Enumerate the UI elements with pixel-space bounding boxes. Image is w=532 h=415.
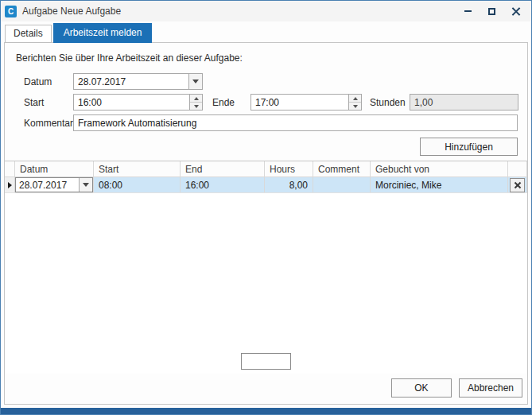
cancel-button[interactable]: Abbrechen	[459, 378, 522, 398]
cell-gebucht-von-value: Morciniec, Mike	[375, 180, 441, 191]
tab-arbeitszeit-melden[interactable]: Arbeitszeit melden	[53, 23, 153, 43]
row-selector-cell[interactable]	[5, 177, 15, 192]
ende-spinner	[348, 95, 361, 110]
kommentar-row: Kommentar	[11, 114, 518, 131]
datum-label: Datum	[24, 76, 73, 87]
row-indicator-icon	[8, 182, 12, 188]
ok-button[interactable]: OK	[391, 378, 452, 398]
grid-header-end[interactable]: End	[181, 161, 265, 176]
kommentar-field	[73, 114, 518, 131]
stunden-label: Stunden	[370, 97, 410, 108]
grid-header-label: Start	[99, 164, 118, 175]
times-row: Start Ende	[11, 94, 518, 111]
ende-label: Ende	[212, 97, 250, 108]
grid-header-datum[interactable]: Datum	[15, 161, 94, 176]
close-icon	[511, 7, 520, 16]
grid-header-start[interactable]: Start	[94, 161, 181, 176]
ende-input[interactable]	[251, 95, 348, 110]
grid-corner-cell	[5, 161, 15, 176]
grid-header-hours[interactable]: Hours	[265, 161, 313, 176]
caret-up-icon	[353, 97, 358, 100]
add-button-row: Hinzufügen	[11, 138, 518, 156]
grid-header: Datum Start End Hours Comment Gebucht vo…	[5, 161, 527, 177]
delete-row-button[interactable]	[510, 178, 525, 192]
start-spin-down-button[interactable]	[190, 102, 202, 110]
ende-spin-up-button[interactable]	[349, 95, 361, 102]
titlebar: C Aufgabe Neue Aufgabe	[1, 1, 531, 21]
app-icon: C	[5, 6, 17, 17]
tab-details[interactable]: Details	[5, 25, 52, 43]
minimize-icon	[464, 10, 472, 12]
grid-header-gebucht-von[interactable]: Gebucht von	[371, 161, 508, 176]
worktime-grid: Datum Start End Hours Comment Gebucht vo…	[5, 161, 527, 348]
dialog-window: C Aufgabe Neue Aufgabe Details Arbeitsze…	[0, 0, 532, 415]
cell-end-value: 16:00	[185, 180, 209, 191]
tab-page: Berichten Sie über Ihre Arbeitszeit an d…	[4, 42, 528, 405]
dialog-footer: OK Abbrechen	[5, 374, 527, 404]
dropdown-arrow-icon	[192, 80, 199, 83]
maximize-icon	[488, 8, 495, 15]
cell-gebucht-von[interactable]: Morciniec, Mike	[371, 177, 508, 192]
datum-input[interactable]	[74, 74, 188, 89]
datum-row: Datum	[11, 73, 518, 90]
app-icon-letter: C	[8, 7, 14, 16]
maximize-button[interactable]	[480, 2, 503, 20]
cell-hours-value: 8,00	[289, 180, 308, 191]
cell-end[interactable]: 16:00	[181, 177, 265, 192]
kommentar-label: Kommentar	[24, 118, 73, 129]
delete-icon	[515, 182, 521, 188]
grid-header-label: Datum	[20, 164, 48, 175]
grid-header-label: Gebucht von	[375, 164, 429, 175]
tab-bar: Details Arbeitszeit melden	[1, 21, 531, 42]
ende-spinedit	[250, 94, 362, 111]
start-spinedit	[73, 94, 203, 111]
grid-header-label: Hours	[270, 164, 295, 175]
kommentar-input[interactable]	[74, 115, 517, 130]
minimize-button[interactable]	[456, 2, 480, 20]
cell-datum-value[interactable]: 28.07.2017	[16, 178, 79, 192]
cell-start[interactable]: 08:00	[94, 177, 181, 192]
cell-comment[interactable]	[313, 177, 371, 192]
grid-header-label: Comment	[318, 164, 359, 175]
window-title: Aufgabe Neue Aufgabe	[22, 6, 121, 17]
worktime-form: Berichten Sie über Ihre Arbeitszeit an d…	[5, 43, 527, 161]
add-button[interactable]: Hinzufügen	[420, 138, 518, 156]
start-label: Start	[24, 97, 73, 108]
window-controls	[456, 2, 527, 20]
grid-header-label: End	[185, 164, 202, 175]
cell-datum-dropdown-button[interactable]	[79, 178, 92, 192]
grid-empty-area	[5, 193, 527, 348]
datum-dropdown-button[interactable]	[188, 74, 202, 89]
caret-up-icon	[194, 97, 199, 100]
cell-datum[interactable]: 28.07.2017	[15, 177, 94, 192]
datum-combobox	[73, 73, 203, 90]
cell-start-value: 08:00	[99, 180, 122, 191]
bottom-center-box[interactable]	[241, 353, 291, 370]
start-spinner	[189, 95, 202, 110]
form-instruction: Berichten Sie über Ihre Arbeitszeit an d…	[16, 52, 518, 64]
grid-header-action	[508, 161, 527, 176]
cell-hours[interactable]: 8,00	[265, 177, 313, 192]
window-bottom-strip	[1, 408, 531, 414]
cell-datum-editor: 28.07.2017	[15, 177, 93, 192]
grid-header-comment[interactable]: Comment	[313, 161, 371, 176]
dropdown-arrow-icon	[83, 183, 89, 187]
table-row[interactable]: 28.07.2017 08:00 16:00 8,00	[5, 177, 527, 193]
stunden-field	[410, 94, 518, 111]
cell-action	[508, 177, 527, 192]
caret-down-icon	[194, 105, 199, 108]
start-spin-up-button[interactable]	[190, 95, 202, 102]
caret-down-icon	[353, 105, 358, 108]
bottom-box-row	[5, 348, 527, 374]
close-button[interactable]	[503, 2, 527, 20]
start-input[interactable]	[74, 95, 189, 110]
ende-spin-down-button[interactable]	[349, 102, 361, 110]
stunden-input	[410, 95, 518, 110]
